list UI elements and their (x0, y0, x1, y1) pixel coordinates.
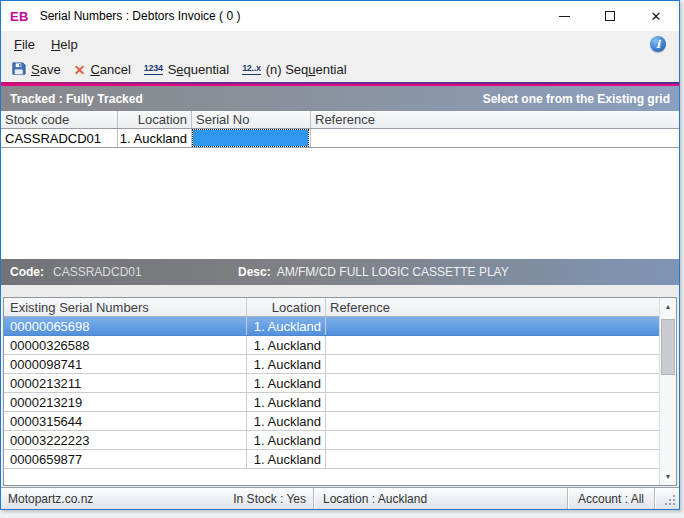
sequential-icon: 1234 (144, 64, 163, 75)
info-icon: i (656, 38, 660, 51)
serial-reference[interactable] (326, 374, 659, 392)
menu-bar: File Help i (1, 31, 679, 57)
serial-value[interactable]: 0000315644 (4, 412, 247, 430)
account-status: Account : All (578, 492, 644, 506)
save-button[interactable]: Save (7, 60, 65, 80)
sequential-accel: e (176, 62, 183, 77)
cancel-button[interactable]: ✕ Cancel (70, 61, 135, 78)
serial-location[interactable]: 1. Auckland (247, 355, 326, 373)
serial-row[interactable]: 00000326588 1. Auckland (4, 336, 659, 355)
existing-serials-grid-content: Existing Serial Numbers Location Referen… (4, 298, 659, 485)
serial-location[interactable]: 1. Auckland (247, 431, 326, 449)
code-label: Code: (10, 265, 44, 279)
serial-value[interactable]: 0000659877 (4, 450, 247, 468)
column-header-reference[interactable]: Reference (311, 111, 679, 128)
cancel-label: ancel (100, 62, 131, 77)
desc-label: Desc: (238, 265, 271, 279)
column-header-location[interactable]: Location (118, 111, 192, 128)
close-icon: ✕ (651, 10, 662, 23)
serial-reference[interactable] (326, 431, 659, 449)
maximize-icon (605, 11, 615, 21)
status-bar: Motopartz.co.nz In Stock : Yes Location … (1, 487, 679, 509)
scrollbar-thumb[interactable] (661, 319, 675, 375)
menu-file-accel: F (14, 37, 22, 52)
menu-help-label: elp (60, 37, 77, 52)
maximize-button[interactable] (587, 1, 633, 31)
serial-reference[interactable] (326, 317, 659, 335)
menu-file[interactable]: File (6, 33, 43, 56)
scroll-down-icon: ▼ (665, 473, 672, 480)
serial-no-input[interactable] (193, 130, 308, 146)
serial-value[interactable]: 0000098741 (4, 355, 247, 373)
scroll-up-icon: ▲ (665, 303, 672, 310)
scroll-down-button[interactable]: ▼ (660, 468, 676, 485)
existing-serials-panel: Existing Serial Numbers Location Referen… (1, 285, 679, 487)
vertical-scrollbar[interactable]: ▲ ▼ (659, 298, 676, 485)
column-header-existing-location[interactable]: Location (247, 298, 326, 316)
serial-row[interactable]: 0000213219 1. Auckland (4, 393, 659, 412)
column-header-stock-code[interactable]: Stock code (1, 111, 118, 128)
reference-cell[interactable] (311, 129, 679, 147)
status-section-location: Location : Auckland (314, 492, 567, 506)
column-header-serial-no[interactable]: Serial No (192, 111, 311, 128)
scroll-up-button[interactable]: ▲ (660, 298, 676, 315)
serial-value[interactable]: 0000213211 (4, 374, 247, 392)
save-accel: S (31, 62, 40, 77)
serial-reference[interactable] (326, 412, 659, 430)
serial-row[interactable]: 00000065698 1. Auckland (4, 317, 659, 336)
location-cell[interactable]: 1. Auckland (118, 129, 192, 147)
resize-grip-icon[interactable] (673, 503, 675, 505)
n-sequential-accel: u (308, 62, 315, 77)
minimize-button[interactable] (541, 1, 587, 31)
menu-help[interactable]: Help (43, 33, 86, 56)
serial-location[interactable]: 1. Auckland (247, 374, 326, 392)
stock-code-cell[interactable]: CASSRADCD01 (1, 129, 118, 147)
serial-reference[interactable] (326, 450, 659, 468)
serial-reference[interactable] (326, 336, 659, 354)
window-title: Serial Numbers : Debtors Invoice ( 0 ) (40, 9, 241, 23)
cancel-icon: ✕ (74, 63, 86, 77)
serial-value[interactable]: 00000326588 (4, 336, 247, 354)
tracked-status-text: Tracked : Fully Tracked (10, 92, 143, 106)
n-sequential-label: ential (316, 62, 347, 77)
serial-row[interactable]: 0000315644 1. Auckland (4, 412, 659, 431)
column-header-existing-serials[interactable]: Existing Serial Numbers (4, 298, 247, 316)
serial-row[interactable]: 0000098741 1. Auckland (4, 355, 659, 374)
serial-row[interactable]: 0000659877 1. Auckland (4, 450, 659, 469)
menu-help-accel: H (51, 37, 60, 52)
info-button[interactable]: i (650, 36, 666, 52)
n-sequential-button[interactable]: 12..x (n) Sequential (238, 61, 350, 78)
serial-value[interactable]: 00000065698 (4, 317, 247, 335)
title-bar: EB Serial Numbers : Debtors Invoice ( 0 … (1, 1, 679, 31)
column-header-existing-reference[interactable]: Reference (326, 298, 659, 316)
existing-serials-grid: Existing Serial Numbers Location Referen… (3, 297, 677, 486)
serial-no-cell[interactable] (192, 129, 311, 147)
sequential-button[interactable]: 1234 Sequential (140, 61, 233, 78)
serial-row[interactable]: 0000213211 1. Auckland (4, 374, 659, 393)
close-button[interactable]: ✕ (633, 1, 679, 31)
serial-value[interactable]: 00003222223 (4, 431, 247, 449)
serial-location[interactable]: 1. Auckland (247, 336, 326, 354)
save-icon (11, 61, 26, 79)
entry-grid-row[interactable]: CASSRADCD01 1. Auckland (1, 129, 679, 148)
serial-location[interactable]: 1. Auckland (247, 412, 326, 430)
code-desc-bar: Code: CASSRADCD01 Desc: AM/FM/CD FULL LO… (1, 259, 679, 285)
toolbar: Save ✕ Cancel 1234 Sequential 12..x (n) … (1, 57, 679, 82)
serial-location[interactable]: 1. Auckland (247, 450, 326, 468)
save-label: ave (40, 62, 61, 77)
tracked-header-bar: Tracked : Fully Tracked Select one from … (1, 86, 679, 111)
status-section-grip (655, 488, 679, 509)
menu-file-label: ile (22, 37, 35, 52)
desc-value: AM/FM/CD FULL LOGIC CASSETTE PLAY (277, 265, 509, 279)
serial-value[interactable]: 0000213219 (4, 393, 247, 411)
serial-location[interactable]: 1. Auckland (247, 393, 326, 411)
serial-location[interactable]: 1. Auckland (247, 317, 326, 335)
serial-row[interactable]: 00003222223 1. Auckland (4, 431, 659, 450)
in-stock-status: In Stock : Yes (233, 492, 306, 506)
serial-reference[interactable] (326, 393, 659, 411)
status-section-company: Motopartz.co.nz In Stock : Yes (1, 492, 313, 506)
n-sequential-icon: 12..x (242, 64, 261, 75)
cancel-accel: C (90, 62, 99, 77)
serial-reference[interactable] (326, 355, 659, 373)
entry-grid: Stock code Location Serial No Reference … (1, 111, 679, 259)
